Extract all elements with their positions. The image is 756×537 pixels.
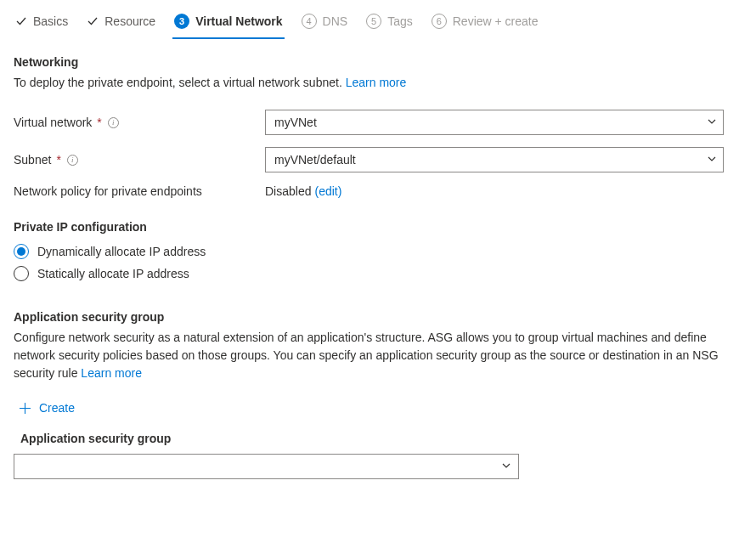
radio-label: Dynamically allocate IP address bbox=[37, 245, 206, 258]
asg-sub-label: Application security group bbox=[14, 432, 742, 445]
row-subnet: Subnet * i myVNet/default bbox=[14, 147, 742, 172]
label-text: Virtual network bbox=[14, 116, 92, 129]
info-icon[interactable]: i bbox=[67, 155, 78, 166]
desc-text: To deploy the private endpoint, select a… bbox=[14, 76, 346, 89]
ip-config-heading: Private IP configuration bbox=[14, 220, 742, 234]
network-policy-value: Disabled (edit) bbox=[265, 184, 341, 198]
select-value: myVNet bbox=[274, 116, 317, 129]
wizard-tabs: Basics Resource 3 Virtual Network 4 DNS … bbox=[0, 0, 756, 40]
step-badge: 3 bbox=[174, 14, 189, 29]
tab-dns[interactable]: 4 DNS bbox=[300, 8, 350, 39]
row-network-policy: Network policy for private endpoints Dis… bbox=[14, 184, 742, 198]
edit-link[interactable]: (edit) bbox=[314, 184, 341, 198]
subnet-select[interactable]: myVNet/default bbox=[265, 147, 724, 172]
radio-dynamic-ip[interactable]: Dynamically allocate IP address bbox=[14, 244, 742, 259]
learn-more-link[interactable]: Learn more bbox=[81, 366, 142, 380]
step-badge: 6 bbox=[432, 14, 447, 29]
tab-virtual-network[interactable]: 3 Virtual Network bbox=[172, 8, 284, 39]
plus-icon bbox=[19, 402, 31, 415]
subnet-label: Subnet * i bbox=[14, 153, 265, 167]
check-icon bbox=[87, 15, 99, 27]
networking-heading: Networking bbox=[14, 55, 742, 69]
tab-review-create[interactable]: 6 Review + create bbox=[430, 8, 540, 39]
network-policy-label: Network policy for private endpoints bbox=[14, 184, 265, 198]
policy-text: Disabled bbox=[265, 184, 311, 198]
chevron-down-icon bbox=[501, 460, 511, 473]
required-asterisk: * bbox=[56, 153, 60, 167]
asg-select[interactable] bbox=[14, 454, 519, 479]
step-badge: 4 bbox=[302, 14, 317, 29]
virtual-network-select[interactable]: myVNet bbox=[265, 110, 724, 135]
tab-resource[interactable]: Resource bbox=[85, 8, 157, 39]
info-icon[interactable]: i bbox=[108, 117, 119, 128]
tab-label: Review + create bbox=[453, 14, 539, 28]
radio-icon bbox=[14, 266, 29, 281]
radio-static-ip[interactable]: Statically allocate IP address bbox=[14, 266, 742, 281]
radio-icon bbox=[14, 244, 29, 259]
networking-desc: To deploy the private endpoint, select a… bbox=[14, 74, 742, 91]
tab-tags[interactable]: 5 Tags bbox=[364, 8, 415, 39]
label-text: Subnet bbox=[14, 153, 51, 167]
virtual-network-label: Virtual network * i bbox=[14, 116, 265, 129]
create-label: Create bbox=[39, 401, 75, 415]
asg-desc: Configure network security as a natural … bbox=[14, 329, 742, 382]
tab-label: Tags bbox=[387, 14, 413, 28]
tab-label: Resource bbox=[104, 14, 155, 28]
asg-select-wrap bbox=[14, 454, 519, 479]
row-virtual-network: Virtual network * i myVNet bbox=[14, 110, 742, 135]
content-area: Networking To deploy the private endpoin… bbox=[0, 40, 756, 503]
check-icon bbox=[15, 15, 27, 27]
asg-heading: Application security group bbox=[14, 310, 742, 324]
tab-label: DNS bbox=[323, 14, 348, 28]
step-badge: 5 bbox=[366, 14, 381, 29]
radio-label: Statically allocate IP address bbox=[37, 267, 189, 280]
required-asterisk: * bbox=[97, 116, 101, 129]
learn-more-link[interactable]: Learn more bbox=[346, 76, 407, 89]
tab-label: Basics bbox=[33, 14, 68, 28]
tab-label: Virtual Network bbox=[195, 14, 282, 28]
tab-basics[interactable]: Basics bbox=[14, 8, 70, 39]
select-value: myVNet/default bbox=[274, 153, 356, 167]
create-asg-button[interactable]: Create bbox=[14, 401, 742, 415]
